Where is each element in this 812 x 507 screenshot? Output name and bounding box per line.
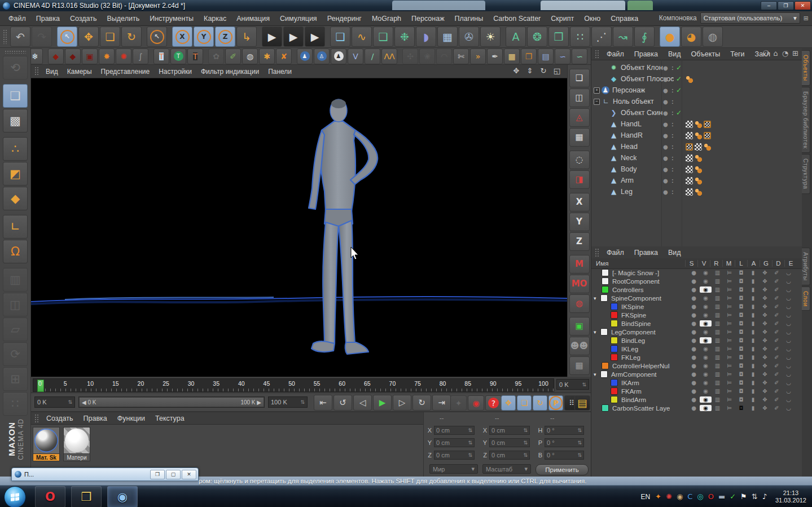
animation-cell-icon[interactable]: ▮ bbox=[747, 405, 759, 411]
manager-cell-icon[interactable]: ⊨ bbox=[723, 312, 735, 318]
menu-item-10[interactable]: Персонаж bbox=[406, 14, 449, 23]
generators-cell-icon[interactable]: ✥ bbox=[759, 346, 771, 352]
apply-button[interactable]: Применить bbox=[536, 464, 589, 475]
snap-icon[interactable]: Ω bbox=[3, 240, 28, 263]
om-add-icon[interactable]: ⊞ bbox=[792, 49, 798, 58]
side-tab-1[interactable]: Браузер библиотек bbox=[802, 87, 810, 153]
window-panel-icon[interactable]: ❐ bbox=[521, 49, 537, 64]
deformers-cell-icon[interactable]: ✐ bbox=[771, 363, 783, 369]
visible-cell-icon[interactable]: ◉ bbox=[700, 270, 712, 276]
solo-cell-icon[interactable]: ● bbox=[688, 363, 700, 369]
mograph-tracer-icon[interactable]: ⋰ bbox=[591, 27, 612, 47]
solo-cell-icon[interactable]: ● bbox=[688, 320, 700, 327]
layout-dropdown[interactable]: Стартовая (пользователь) ▾ bbox=[700, 12, 800, 24]
mo-icon[interactable]: MO bbox=[569, 275, 590, 293]
scroll-left-arrow-icon[interactable]: ◀ bbox=[82, 399, 86, 405]
visibility-dot-icon[interactable]: ● bbox=[663, 65, 668, 71]
toolbar-grip[interactable] bbox=[34, 67, 39, 76]
object-manager-menu-item-1[interactable]: Правка bbox=[629, 50, 663, 59]
render-cell-icon[interactable]: ▥ bbox=[712, 346, 723, 352]
visible-cell-icon[interactable]: ◉ bbox=[700, 346, 712, 352]
solo-cell-icon[interactable]: ● bbox=[688, 329, 700, 335]
lock-cell-icon[interactable]: ◘ bbox=[735, 337, 747, 343]
turbulence-render-icon[interactable]: T bbox=[187, 49, 203, 64]
side-tab-2[interactable]: Структура bbox=[802, 154, 810, 193]
menu-item-3[interactable]: Выделить bbox=[102, 14, 144, 23]
side-tab-0[interactable]: Атрибуты bbox=[802, 248, 810, 285]
editor-dots-icon[interactable]: : bbox=[671, 121, 674, 127]
solo-cell-icon[interactable]: ● bbox=[688, 346, 700, 352]
editor-dots-icon[interactable]: : bbox=[671, 98, 674, 105]
object-manager-menu-item-3[interactable]: Объекты bbox=[686, 50, 726, 59]
last-tool-icon[interactable]: ↖ bbox=[147, 27, 167, 47]
animation-cell-icon[interactable]: ▮ bbox=[747, 286, 759, 293]
expressions-cell-icon[interactable]: ◡ bbox=[783, 371, 795, 377]
feather-icon[interactable]: / bbox=[365, 49, 380, 64]
deformers-cell-icon[interactable]: ✐ bbox=[771, 337, 783, 343]
add-deformer-icon[interactable]: ◗ bbox=[416, 27, 436, 47]
weight-tag-icon[interactable] bbox=[695, 143, 702, 151]
layer-row[interactable]: ▾ArmComponent●◉▥⊨◘▮✥✐◡ bbox=[591, 370, 802, 378]
delete-x-icon[interactable]: ✘ bbox=[276, 49, 292, 64]
lock-cell-icon[interactable]: ◘ bbox=[735, 270, 747, 276]
visibility-dot-icon[interactable]: ● bbox=[663, 121, 668, 127]
mograph-spline-icon[interactable]: ∮ bbox=[634, 27, 655, 47]
visibility-dot-icon[interactable]: ● bbox=[663, 133, 668, 139]
expressions-cell-icon[interactable]: ◡ bbox=[783, 278, 795, 284]
animation-cell-icon[interactable]: ▮ bbox=[747, 371, 759, 377]
expressions-cell-icon[interactable]: ◡ bbox=[783, 312, 795, 318]
layer-row[interactable]: FKArm●◉▥⊨◘▮✥✐◡ bbox=[591, 387, 802, 395]
om-home-icon[interactable]: ⌂ bbox=[773, 49, 778, 58]
phong-tag-icon[interactable] bbox=[695, 166, 702, 173]
expressions-cell-icon[interactable]: ◡ bbox=[783, 396, 795, 403]
manager-cell-icon[interactable]: ⊨ bbox=[723, 270, 735, 276]
menu-item-15[interactable]: Справка bbox=[605, 14, 643, 23]
rubik-cube-icon[interactable]: ▦ bbox=[569, 128, 590, 147]
generators-cell-icon[interactable]: ✥ bbox=[759, 405, 771, 411]
render-view-icon[interactable]: ▶ bbox=[262, 27, 282, 47]
close-button[interactable]: ✕ bbox=[795, 1, 811, 10]
render-cell-icon[interactable]: ▥ bbox=[712, 295, 723, 301]
layer-color-swatch[interactable] bbox=[600, 371, 608, 378]
deformers-cell-icon[interactable]: ✐ bbox=[771, 303, 783, 310]
frame-first-icon[interactable]: ⇤ bbox=[314, 395, 332, 411]
start-button[interactable] bbox=[4, 486, 26, 507]
viewport-menu-item-1[interactable]: Камеры bbox=[63, 67, 96, 76]
layer-color-swatch[interactable] bbox=[611, 311, 618, 319]
lock-cell-icon[interactable]: ◘ bbox=[735, 405, 747, 411]
heads-icon[interactable]: ☻☻ bbox=[569, 337, 590, 355]
lock-cell-icon[interactable]: ◘ bbox=[735, 303, 747, 310]
visibility-dot-icon[interactable]: ● bbox=[663, 155, 668, 161]
solo-cell-icon[interactable]: ● bbox=[688, 270, 700, 276]
layer-row[interactable]: IKLeg●◉▥⊨◘▮✥✐◡ bbox=[591, 345, 802, 353]
taskbar-cinema4d-button[interactable]: ◉ bbox=[107, 486, 138, 507]
card-tray-icon[interactable]: ▬ bbox=[718, 492, 725, 501]
object-manager-menu-item-0[interactable]: Файл bbox=[602, 50, 629, 59]
lock-cell-icon[interactable]: ◘ bbox=[735, 346, 747, 352]
restore-button[interactable]: ❐ bbox=[150, 470, 165, 479]
generators-cell-icon[interactable]: ✥ bbox=[759, 270, 771, 276]
undo-icon[interactable]: ↶ bbox=[10, 27, 30, 47]
solo-cell-icon[interactable]: ● bbox=[688, 354, 700, 360]
weight-tag-icon[interactable] bbox=[686, 188, 693, 196]
manager-cell-icon[interactable]: ⊨ bbox=[723, 295, 735, 301]
om-eye-icon[interactable]: ◔ bbox=[782, 49, 788, 58]
lock-cell-icon[interactable]: ◘ bbox=[735, 371, 747, 377]
lock-cell-icon[interactable]: ◘ bbox=[735, 295, 747, 301]
character-walk-icon[interactable]: ♙ bbox=[314, 49, 330, 64]
taskbar-explorer-button[interactable]: ❒ bbox=[71, 486, 102, 507]
scale-y-field[interactable]: 0 cm⇅ bbox=[489, 438, 530, 447]
lock-cell-icon[interactable]: ◘ bbox=[735, 312, 747, 318]
grid-icon[interactable]: ▦ bbox=[569, 356, 590, 375]
lock-y-icon[interactable]: Y bbox=[194, 27, 214, 47]
side-tab-1[interactable]: Слои bbox=[802, 286, 810, 311]
generators-cell-icon[interactable]: ✥ bbox=[759, 388, 771, 394]
animation-cell-icon[interactable]: ▮ bbox=[747, 337, 759, 343]
render-cell-icon[interactable]: ▥ bbox=[712, 337, 723, 343]
coord-system-icon[interactable]: ↳ bbox=[236, 27, 257, 47]
enabled-check-icon[interactable]: ✓ bbox=[676, 109, 682, 117]
position-x-field[interactable]: 0 cm⇅ bbox=[434, 426, 475, 435]
carrot-icon[interactable]: ΛΛ bbox=[381, 49, 397, 64]
usb-tray-icon[interactable]: ✓ bbox=[730, 492, 736, 501]
generators-cell-icon[interactable]: ✥ bbox=[759, 396, 771, 403]
